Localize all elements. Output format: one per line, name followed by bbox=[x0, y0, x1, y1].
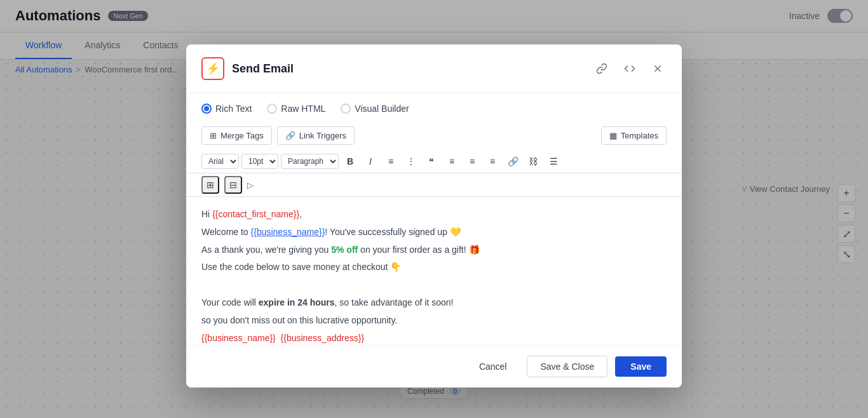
email-editor-content[interactable]: Hi {{contact_first_name}}, Welcome to {{… bbox=[186, 197, 682, 345]
align-right-button[interactable]: ≡ bbox=[484, 152, 501, 170]
merge-tags-icon[interactable] bbox=[621, 60, 639, 78]
business-name-tag-2: {{business_name}} bbox=[201, 333, 276, 343]
align-left-button[interactable]: ≡ bbox=[443, 152, 461, 170]
content-line-5 bbox=[201, 278, 667, 293]
unordered-list-button[interactable]: ≡ bbox=[382, 152, 400, 170]
link-icon-small: 🔗 bbox=[285, 131, 295, 140]
content-line-2: Welcome to {{business_name}}! You've suc… bbox=[201, 225, 667, 240]
cancel-button[interactable]: Cancel bbox=[466, 356, 520, 377]
editor-mode-tabs: Rich Text Raw HTML Visual Builder bbox=[186, 93, 682, 121]
close-icon[interactable] bbox=[649, 60, 667, 78]
modal-header: ⚡ Send Email bbox=[186, 44, 682, 93]
content-line-3: As a thank you, we're giving you 5% off … bbox=[201, 243, 667, 258]
content-line-7: so you don't miss out on this lucrative … bbox=[201, 313, 667, 328]
editor-formatting-toolbar: Arial 10pt Paragraph B I ≡ ⋮ ❝ ≡ ≡ ≡ 🔗 ⛓… bbox=[186, 150, 682, 173]
rich-text-radio[interactable] bbox=[201, 104, 212, 114]
visual-builder-tab[interactable]: Visual Builder bbox=[341, 104, 409, 121]
modal-header-actions bbox=[593, 60, 667, 78]
modal-toolbar: ⊞ Merge Tags 🔗 Link Triggers ▦ Templates bbox=[186, 121, 682, 150]
contact-first-name-tag: {{contact_first_name}} bbox=[212, 209, 299, 219]
table-button[interactable]: ⊟ bbox=[224, 176, 242, 194]
merge-tags-btn-icon: ⊞ bbox=[210, 131, 217, 140]
toolbar-left: ⊞ Merge Tags 🔗 Link Triggers bbox=[201, 126, 355, 145]
save-button[interactable]: Save bbox=[615, 356, 667, 377]
special-char-button[interactable]: ⊞ bbox=[201, 176, 219, 194]
expire-text: expire in 24 hours bbox=[259, 297, 335, 307]
visual-builder-radio[interactable] bbox=[341, 104, 351, 114]
modal-title: Send Email bbox=[232, 62, 585, 76]
content-line-4: Use the code below to save money at chec… bbox=[201, 260, 667, 275]
content-line-1: Hi {{contact_first_name}}, bbox=[201, 207, 667, 222]
bold-button[interactable]: B bbox=[341, 152, 359, 170]
blockquote-button[interactable]: ❝ bbox=[423, 152, 440, 170]
editor-toolbar-2: ⊞ ⊟ ▷ bbox=[186, 173, 682, 197]
paragraph-style-select[interactable]: Paragraph bbox=[281, 154, 339, 169]
cursor-indicator: ▷ bbox=[247, 180, 254, 190]
business-name-tag-1: {{business_name}} bbox=[251, 227, 325, 237]
italic-button[interactable]: I bbox=[362, 152, 379, 170]
raw-html-tab[interactable]: Raw HTML bbox=[267, 104, 325, 121]
send-email-modal: ⚡ Send Email bbox=[186, 44, 682, 388]
rich-text-tab[interactable]: Rich Text bbox=[201, 104, 252, 121]
font-size-select[interactable]: 10pt bbox=[241, 154, 278, 169]
unlink-button[interactable]: ⛓ bbox=[524, 152, 542, 170]
save-close-button[interactable]: Save & Close bbox=[527, 356, 607, 377]
link-icon[interactable] bbox=[593, 60, 611, 78]
raw-html-radio[interactable] bbox=[267, 104, 277, 114]
merge-tags-button[interactable]: ⊞ Merge Tags bbox=[201, 126, 272, 145]
link-triggers-button[interactable]: 🔗 Link Triggers bbox=[277, 126, 355, 145]
link-button[interactable]: 🔗 bbox=[504, 152, 522, 170]
indent-button[interactable]: ☰ bbox=[545, 152, 562, 170]
content-line-8: {{business_name}} {{business_address}} bbox=[201, 331, 667, 345]
content-line-6: Your code will expire in 24 hours, so ta… bbox=[201, 295, 667, 311]
business-address-tag: {{business_address}} bbox=[281, 333, 365, 343]
templates-icon: ▦ bbox=[609, 131, 617, 140]
ordered-list-button[interactable]: ⋮ bbox=[402, 152, 420, 170]
templates-button[interactable]: ▦ Templates bbox=[601, 126, 667, 145]
align-center-button[interactable]: ≡ bbox=[463, 152, 481, 170]
font-family-select[interactable]: Arial bbox=[201, 154, 239, 169]
discount-text: 5% off bbox=[331, 245, 358, 255]
send-email-icon: ⚡ bbox=[201, 57, 224, 80]
modal-footer: Cancel Save & Close Save bbox=[186, 345, 682, 388]
